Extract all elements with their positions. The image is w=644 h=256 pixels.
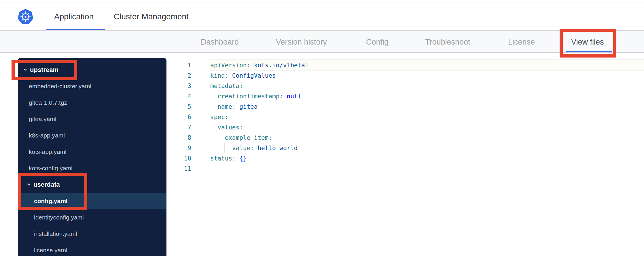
- tree-item-userdata[interactable]: userdata: [18, 176, 166, 193]
- code-line-10: 10status: {}: [166, 153, 644, 164]
- tab-application[interactable]: Application: [54, 12, 94, 21]
- tree-item-installation.yaml[interactable]: installation.yaml: [18, 226, 166, 242]
- code-line-6: 6spec:: [166, 112, 644, 122]
- code-line-7: 7 values:: [166, 122, 644, 133]
- tree-item-label: gitea-1.0.7.tgz: [29, 99, 67, 106]
- indent-guide: [217, 143, 217, 153]
- code-line-content: values:: [209, 122, 644, 133]
- subnav-item-license[interactable]: License: [508, 38, 535, 47]
- tree-item-gitea.yaml[interactable]: gitea.yaml: [18, 111, 166, 127]
- code-line-1: 1apiVersion: kots.io/v1beta1: [166, 60, 644, 70]
- code-line-content: name: gitea: [209, 102, 644, 112]
- line-number: 7: [166, 122, 191, 133]
- tree-item-label: identityconfig.yaml: [34, 214, 84, 221]
- line-number: 8: [166, 133, 191, 143]
- tree-item-kots-app.yaml[interactable]: kots-app.yaml: [18, 144, 166, 160]
- line-number: 2: [166, 70, 191, 81]
- top-divider: [0, 3, 644, 3]
- line-number: 4: [166, 91, 191, 102]
- line-number: 10: [166, 153, 191, 164]
- chevron-down-icon: [23, 68, 27, 72]
- tree-item-label: kots-app.yaml: [29, 148, 67, 155]
- subnav-item-view-files[interactable]: View files: [571, 38, 604, 47]
- code-editor[interactable]: 1apiVersion: kots.io/v1beta12kind: Confi…: [166, 54, 644, 256]
- tree-item-upstream[interactable]: upstream: [18, 62, 166, 78]
- chevron-down-icon: [26, 182, 31, 187]
- indent-guide: [224, 143, 225, 153]
- code-line-5: 5 name: gitea: [166, 102, 644, 112]
- indent-guide: [210, 143, 210, 153]
- code-line-4: 4 creationTimestamp: null: [166, 91, 644, 102]
- code-line-11: 11: [166, 164, 644, 174]
- tree-item-label: license.yaml: [34, 247, 67, 254]
- tree-item-gitea-1.0.7.tgz[interactable]: gitea-1.0.7.tgz: [18, 94, 166, 111]
- code-line-9: 9 value: hello world: [166, 143, 644, 153]
- line-number: 3: [166, 81, 191, 91]
- line-number: 11: [166, 164, 191, 174]
- code-line-content: apiVersion: kots.io/v1beta1: [209, 60, 644, 71]
- subnav-item-troubleshoot[interactable]: Troubleshoot: [425, 38, 470, 47]
- line-number: 9: [166, 143, 191, 153]
- tree-item-license.yaml[interactable]: license.yaml: [18, 242, 166, 256]
- subnav-item-config[interactable]: Config: [366, 38, 389, 47]
- tree-item-config.yaml[interactable]: config.yaml: [18, 193, 166, 209]
- tree-item-label: k8s-app.yaml: [29, 132, 65, 139]
- code-line-2: 2kind: ConfigValues: [166, 70, 644, 81]
- code-line-8: 8 example_item:: [166, 133, 644, 143]
- tree-item-k8s-app.yaml[interactable]: k8s-app.yaml: [18, 127, 166, 144]
- tree-item-label: gitea.yaml: [29, 116, 56, 123]
- tree-item-label: userdata: [33, 181, 60, 188]
- tree-item-label: installation.yaml: [34, 230, 77, 237]
- line-number: 1: [166, 60, 191, 70]
- line-number: 6: [166, 112, 191, 122]
- app-subnav: DashboardVersion historyConfigTroublesho…: [0, 31, 644, 53]
- code-line-content: example_item:: [209, 133, 644, 143]
- file-tree-sidebar: upstreamembedded-cluster.yamlgitea-1.0.7…: [18, 58, 166, 256]
- code-line-content: creationTimestamp: null: [209, 91, 644, 102]
- tree-item-embedded-cluster.yaml[interactable]: embedded-cluster.yaml: [18, 78, 166, 94]
- code-line-content: value: hello world: [209, 143, 644, 153]
- code-line-content: kind: ConfigValues: [209, 70, 644, 81]
- indent-guide: [210, 102, 210, 112]
- kots-admin-console: Application Cluster Management Dashboard…: [0, 0, 644, 256]
- tree-item-label: upstream: [30, 66, 58, 74]
- tree-item-label: kots-config.yaml: [29, 165, 73, 172]
- subnav-item-version-history[interactable]: Version history: [276, 38, 327, 47]
- kubernetes-logo-icon: [18, 9, 33, 24]
- line-number: 5: [166, 102, 191, 112]
- indent-guide: [210, 91, 210, 102]
- indent-guide: [217, 133, 217, 143]
- code-line-content: [209, 164, 644, 174]
- code-line-content: status: {}: [209, 153, 644, 164]
- tree-item-kots-config.yaml[interactable]: kots-config.yaml: [18, 160, 166, 176]
- code-line-content: metadata:: [209, 81, 644, 91]
- tab-cluster-management[interactable]: Cluster Management: [114, 12, 189, 21]
- tree-item-identityconfig.yaml[interactable]: identityconfig.yaml: [18, 209, 166, 226]
- code-line-3: 3metadata:: [166, 81, 644, 91]
- indent-guide: [210, 133, 210, 143]
- tree-item-label: config.yaml: [34, 198, 68, 205]
- code-line-content: spec:: [209, 112, 644, 122]
- indent-guide: [210, 122, 210, 133]
- subnav-item-dashboard[interactable]: Dashboard: [201, 38, 239, 47]
- active-subnav-underline: [566, 51, 612, 52]
- code-lines: 1apiVersion: kots.io/v1beta12kind: Confi…: [166, 60, 644, 174]
- tree-item-label: embedded-cluster.yaml: [29, 83, 91, 90]
